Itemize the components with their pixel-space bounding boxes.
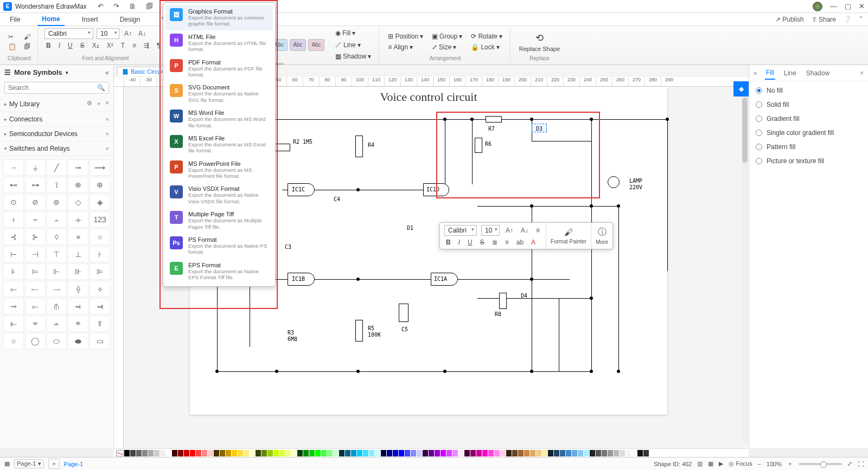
add-page-button[interactable]: ＋ (48, 459, 60, 469)
prop-tab-line[interactable]: Line (783, 67, 797, 79)
strike-button[interactable]: S (79, 41, 86, 50)
bold-button[interactable]: B (44, 41, 53, 50)
color-swatch[interactable] (256, 450, 261, 456)
color-swatch[interactable] (339, 450, 344, 456)
symbol-item[interactable]: ◇ (68, 194, 88, 210)
focus-button[interactable]: ◎ Focus (729, 460, 752, 467)
tab-design[interactable]: Design (116, 14, 144, 25)
prop-tab-fill[interactable]: Fill (765, 67, 775, 80)
lock-dropdown[interactable]: 🔒 Lock ▾ (469, 42, 504, 52)
paste-button[interactable]: 📋 (7, 42, 18, 51)
paragraph-button[interactable]: ¶ (155, 41, 162, 50)
bullets-button[interactable]: ≡ (131, 41, 138, 50)
window-minimize-button[interactable]: — (830, 2, 837, 10)
pages-icon[interactable]: ▦ (4, 460, 10, 467)
comp-C5[interactable] (399, 304, 409, 322)
align-dropdown[interactable]: ≡ Align ▾ (386, 42, 425, 52)
fill-dropdown[interactable]: ◉ Fill ▾ (333, 28, 373, 38)
italic-button[interactable]: I (57, 41, 62, 50)
copy-button[interactable]: 🗐 (22, 42, 32, 51)
symbol-item[interactable]: ⟠ (68, 281, 88, 297)
symbol-item[interactable]: ⊤ (47, 246, 67, 262)
symbol-item[interactable]: ⊸ (3, 298, 24, 314)
color-swatch[interactable] (435, 450, 440, 456)
color-swatch[interactable] (273, 450, 279, 456)
mini-format-painter-button[interactable]: 🖌Format Painter (546, 223, 591, 249)
mini-align-icon[interactable]: ≡ (534, 226, 541, 235)
color-swatch[interactable] (458, 450, 464, 456)
export-item-graphics-format[interactable]: 🖼Graphics FormatExport the document as c… (165, 5, 273, 30)
help-icon[interactable]: ❔ (844, 16, 852, 23)
color-swatch[interactable] (285, 450, 291, 456)
comp-R8[interactable] (499, 293, 507, 309)
symbol-item[interactable]: ⫟ (25, 211, 46, 228)
color-swatch[interactable] (291, 450, 297, 456)
color-swatch[interactable] (614, 450, 619, 456)
fullscreen-icon[interactable]: ⛶ (858, 461, 864, 467)
symbol-item[interactable]: ⊕ (90, 177, 110, 193)
color-swatch[interactable] (309, 450, 315, 456)
symbol-item[interactable]: ⊚ (47, 194, 67, 210)
color-swatch[interactable] (124, 450, 130, 456)
symbol-search-input[interactable] (8, 84, 97, 92)
color-swatch[interactable] (488, 450, 494, 456)
symbol-item[interactable]: ⏚ (25, 159, 46, 176)
symbol-item[interactable]: ⫤ (68, 298, 88, 314)
export-item-ms-powerpoint-file[interactable]: PMS PowerPoint FileExport the document a… (165, 157, 273, 183)
color-swatch[interactable] (500, 450, 506, 456)
export-item-ms-word-file[interactable]: WMS Word FileExport the document as MS W… (165, 106, 273, 132)
color-swatch[interactable] (542, 450, 547, 456)
color-swatch[interactable] (345, 450, 350, 456)
color-swatch[interactable] (423, 450, 428, 456)
symbol-item[interactable]: ⬬ (68, 333, 88, 349)
color-swatch[interactable] (524, 450, 529, 456)
numbering-button[interactable]: ⇶ (142, 41, 151, 50)
grid-icon[interactable]: ▦ (708, 460, 713, 467)
color-swatch[interactable] (620, 450, 625, 456)
search-icon[interactable]: 🔍 (97, 84, 105, 92)
ribbon-collapse-icon[interactable]: ˄ (859, 16, 863, 23)
mini-fontcolor-button[interactable]: A (529, 238, 537, 247)
color-swatch[interactable] (202, 450, 207, 456)
color-swatch[interactable] (393, 450, 398, 456)
export-item-ms-excel-file[interactable]: XMS Excel FileExport the document as MS … (165, 132, 273, 157)
color-swatch[interactable] (172, 450, 177, 456)
symbol-item[interactable]: ⟡ (90, 281, 110, 297)
shadow-dropdown[interactable]: ▦ Shadow ▾ (333, 51, 373, 61)
symbol-item[interactable]: ⫧ (25, 316, 46, 332)
symbol-item[interactable]: ⫠ (47, 211, 67, 228)
mini-italic-button[interactable]: I (457, 238, 462, 247)
symbol-item[interactable]: ⊦ (90, 246, 110, 262)
color-swatch[interactable] (226, 450, 231, 456)
color-swatch[interactable] (142, 450, 148, 456)
color-swatch[interactable] (297, 450, 303, 456)
collapse-left-icon[interactable]: « (105, 68, 109, 76)
symbol-item[interactable]: ⟛ (68, 211, 88, 228)
color-swatch[interactable] (441, 450, 446, 456)
window-maximize-button[interactable]: ▢ (845, 2, 851, 10)
color-swatch[interactable] (637, 450, 643, 456)
close-category-icon[interactable]: × (106, 131, 109, 137)
color-swatch[interactable] (566, 450, 571, 456)
quick-fill-button[interactable]: ◆ (733, 81, 749, 96)
tab-insert[interactable]: Insert (78, 14, 103, 25)
mini-font-shrink-icon[interactable]: A↓ (519, 226, 530, 235)
comp-lamp[interactable] (608, 176, 620, 188)
symbol-item[interactable]: ◈ (90, 194, 110, 210)
symbol-item[interactable]: ▭ (90, 333, 110, 349)
vertical-scrollbar[interactable] (742, 92, 748, 443)
symbol-item[interactable]: ○ (90, 229, 110, 245)
color-swatch[interactable] (476, 450, 482, 456)
color-swatch[interactable] (208, 450, 213, 456)
color-swatch[interactable] (184, 450, 189, 456)
subscript-button[interactable]: X₂ (91, 41, 101, 50)
symbol-item[interactable]: ⟜ (3, 281, 24, 297)
color-swatch[interactable] (626, 450, 631, 456)
mini-strike-button[interactable]: S (478, 238, 486, 247)
style-swatch-8[interactable]: Abc (308, 39, 324, 51)
mini-highlight-button[interactable]: ab (515, 238, 525, 247)
color-swatch[interactable] (452, 450, 458, 456)
qat-undo[interactable]: ↶ (95, 1, 106, 11)
underline-button[interactable]: U (66, 41, 74, 50)
color-swatch[interactable] (351, 450, 356, 456)
